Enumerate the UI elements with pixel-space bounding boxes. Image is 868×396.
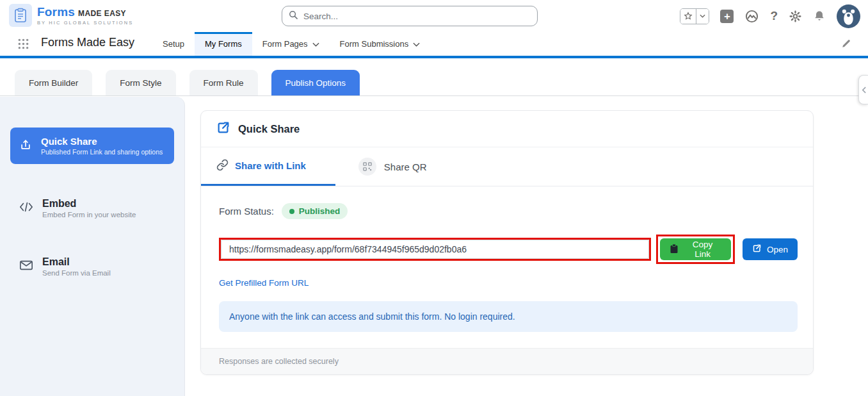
- page: Forms MADE EASY BY HIC GLOBAL SOLUTIONS: [0, 0, 868, 396]
- form-editor-tabs-strip: Form Builder Form Style Form Rule Publis…: [0, 58, 868, 96]
- header-utility-icons: + ?: [680, 0, 860, 32]
- app-name: Forms Made Easy: [41, 36, 134, 49]
- notifications-bell-icon[interactable]: [813, 10, 826, 22]
- form-url-input[interactable]: [221, 240, 649, 259]
- help-icon[interactable]: ?: [770, 9, 778, 23]
- code-icon: [19, 201, 33, 215]
- nav-tab-form-submissions[interactable]: Form Submissions: [330, 32, 431, 56]
- share-upload-icon: [19, 138, 32, 154]
- access-info-banner: Anyone with the link can access and subm…: [219, 301, 798, 332]
- sidebar-item-subtitle: Published Form Link and sharing options: [41, 148, 163, 156]
- external-link-icon: [752, 243, 762, 255]
- sidebar-item-title: Embed: [42, 198, 136, 210]
- star-icon[interactable]: [680, 9, 696, 24]
- card-header: Quick Share: [201, 111, 813, 147]
- status-dot-icon: [289, 209, 294, 214]
- share-icon: [216, 120, 230, 137]
- sidebar-item-subtitle: Send Form via Email: [42, 269, 111, 277]
- edit-nav-pencil-icon[interactable]: [841, 38, 851, 51]
- envelope-icon: [19, 260, 33, 274]
- sidebar-item-quick-share[interactable]: Quick Share Published Form Link and shar…: [10, 128, 174, 164]
- global-search[interactable]: [282, 6, 538, 26]
- nav-tab-setup[interactable]: Setup: [152, 32, 195, 56]
- favorites-button-group[interactable]: [680, 8, 709, 24]
- nav-tabs: Setup My Forms Form Pages Form Submissio…: [152, 32, 430, 56]
- app-launcher-waffle-icon[interactable]: [18, 38, 29, 52]
- top-header-bar: Forms MADE EASY BY HIC GLOBAL SOLUTIONS: [0, 0, 868, 32]
- avatar[interactable]: [837, 4, 860, 28]
- search-icon: [289, 10, 298, 22]
- favorites-dropdown-icon[interactable]: [696, 9, 709, 24]
- clipboard-icon: [670, 243, 679, 256]
- logo-brand-text: Forms: [37, 5, 75, 19]
- clipboard-logo-icon: [9, 4, 32, 27]
- app-navigation-bar: Forms Made Easy Setup My Forms Form Page…: [0, 32, 868, 56]
- link-icon: [216, 159, 229, 173]
- tab-form-builder[interactable]: Form Builder: [15, 70, 92, 95]
- logo-suffix-text: MADE EASY: [78, 9, 126, 18]
- app-logo: Forms MADE EASY BY HIC GLOBAL SOLUTIONS: [9, 4, 133, 27]
- quick-add-icon[interactable]: +: [720, 10, 734, 23]
- nav-tab-my-forms[interactable]: My Forms: [195, 32, 252, 56]
- card-title: Quick Share: [238, 123, 300, 135]
- trailhead-icon[interactable]: [744, 9, 759, 24]
- tab-form-rule[interactable]: Form Rule: [189, 70, 258, 95]
- sidebar-item-subtitle: Embed Form in your website: [42, 211, 136, 219]
- collapse-panel-handle[interactable]: [858, 75, 868, 104]
- sidebar-item-title: Quick Share: [41, 136, 163, 147]
- card-footer-note: Responses are collected securely: [201, 348, 813, 374]
- quick-share-card: Quick Share Share with Link Share QR For…: [200, 110, 814, 375]
- open-button[interactable]: Open: [743, 238, 798, 260]
- status-badge: Published: [282, 203, 348, 219]
- share-options-sidebar: Quick Share Published Form Link and shar…: [0, 97, 185, 396]
- url-annotation-highlight: [219, 238, 651, 261]
- copy-annotation-highlight: Copy Link: [656, 235, 735, 264]
- logo-tagline: BY HIC GLOBAL SOLUTIONS: [37, 20, 133, 26]
- gear-icon[interactable]: [789, 10, 802, 23]
- nav-tab-form-pages[interactable]: Form Pages: [252, 32, 330, 56]
- sidebar-item-embed[interactable]: Embed Embed Form in your website: [10, 190, 174, 226]
- tab-share-with-link[interactable]: Share with Link: [201, 147, 335, 186]
- card-body: Form Status: Published Copy Link: [201, 186, 813, 348]
- sidebar-item-email[interactable]: Email Send Form via Email: [10, 248, 174, 285]
- get-prefilled-url-link[interactable]: Get Prefilled Form URL: [219, 278, 309, 288]
- qr-code-icon: [358, 158, 376, 176]
- tab-form-style[interactable]: Form Style: [106, 70, 175, 95]
- search-input[interactable]: [303, 12, 531, 21]
- chevron-down-icon: [312, 39, 319, 49]
- tab-publish-options[interactable]: Publish Options: [271, 70, 360, 95]
- copy-link-button[interactable]: Copy Link: [660, 238, 731, 260]
- share-mode-tabs: Share with Link Share QR: [201, 147, 813, 186]
- sidebar-item-title: Email: [42, 256, 111, 268]
- tab-share-qr[interactable]: Share QR: [358, 147, 427, 186]
- form-status-label: Form Status:: [219, 206, 274, 217]
- chevron-down-icon: [413, 39, 420, 49]
